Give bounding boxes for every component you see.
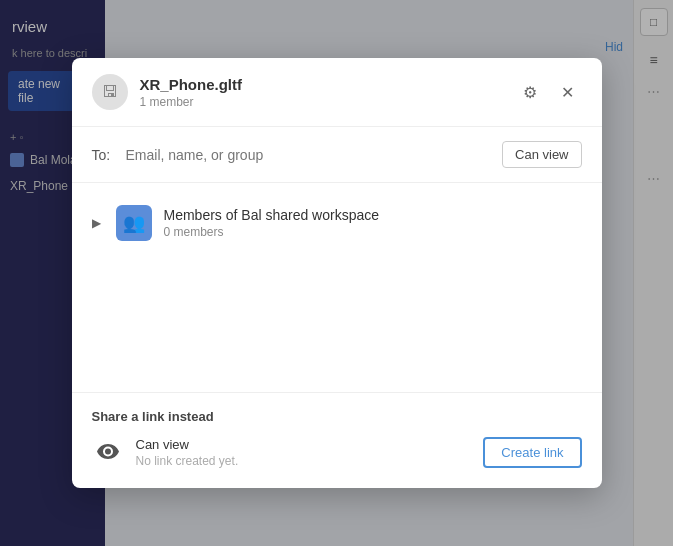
file-avatar-icon: 🖫: [102, 83, 118, 101]
share-modal: 🖫 XR_Phone.gltf 1 member ⚙ ✕ To: Can vie…: [72, 58, 602, 488]
create-link-button[interactable]: Create link: [483, 437, 581, 468]
group-icon: 👥: [123, 212, 145, 234]
share-link-status: No link created yet.: [136, 454, 239, 468]
modal-title-section: XR_Phone.gltf 1 member: [140, 76, 504, 109]
modal-members-count: 1 member: [140, 95, 504, 109]
to-label: To:: [92, 147, 116, 163]
members-section: ▶ 👥 Members of Bal shared workspace 0 me…: [72, 183, 602, 392]
close-icon: ✕: [561, 83, 574, 102]
modal-header-actions: ⚙ ✕: [516, 78, 582, 106]
file-avatar: 🖫: [92, 74, 128, 110]
workspace-name: Members of Bal shared workspace: [164, 207, 380, 223]
modal-filename: XR_Phone.gltf: [140, 76, 504, 93]
to-field-row: To: Can view: [72, 127, 602, 183]
share-link-left: Can view No link created yet.: [92, 436, 239, 468]
share-link-row: Can view No link created yet. Create lin…: [92, 436, 582, 468]
gear-icon: ⚙: [523, 83, 537, 102]
settings-button[interactable]: ⚙: [516, 78, 544, 106]
recipient-input[interactable]: [126, 147, 493, 163]
workspace-avatar: 👥: [116, 205, 152, 241]
share-link-section: Share a link instead Can view No link cr…: [72, 392, 602, 488]
can-view-button[interactable]: Can view: [502, 141, 581, 168]
eye-icon: [92, 436, 124, 468]
can-view-label: Can view: [515, 147, 568, 162]
modal-header: 🖫 XR_Phone.gltf 1 member ⚙ ✕: [72, 58, 602, 127]
create-link-label: Create link: [501, 445, 563, 460]
share-link-info: Can view No link created yet.: [136, 437, 239, 468]
share-link-permission: Can view: [136, 437, 239, 452]
workspace-member-item: ▶ 👥 Members of Bal shared workspace 0 me…: [92, 197, 582, 249]
close-button[interactable]: ✕: [554, 78, 582, 106]
workspace-info: Members of Bal shared workspace 0 member…: [164, 207, 380, 239]
expand-arrow-icon[interactable]: ▶: [92, 216, 104, 230]
workspace-member-count: 0 members: [164, 225, 380, 239]
share-link-title: Share a link instead: [92, 409, 582, 424]
modal-overlay: 🖫 XR_Phone.gltf 1 member ⚙ ✕ To: Can vie…: [0, 0, 673, 546]
